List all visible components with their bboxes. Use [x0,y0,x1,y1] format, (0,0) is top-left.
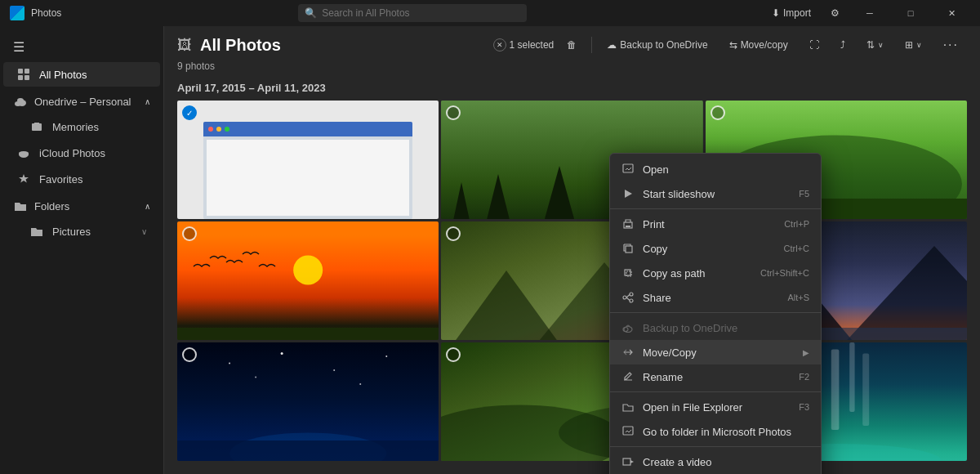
icloud-label: iCloud Photos [39,147,105,159]
ctx-copy-path-label: Copy as path [643,267,706,279]
sidebar-item-icloud[interactable]: iCloud Photos [3,141,160,165]
photo-3-checkbox[interactable] [710,105,725,120]
memories-icon [29,119,44,134]
svg-rect-2 [18,75,23,80]
hamburger-button[interactable]: ☰ [0,33,163,61]
svg-point-54 [623,296,626,299]
sort-chevron: ∨ [878,41,884,49]
svg-rect-50 [625,270,630,275]
movecopy-button[interactable]: ⇆ Move/copy [721,36,796,54]
svg-point-10 [24,152,29,156]
close-button[interactable]: ✕ [933,0,970,26]
share-toolbar-button[interactable]: ⤴ [832,36,853,54]
svg-rect-34 [177,440,439,461]
ctx-share-label: Share [643,292,671,304]
ctx-copy-label: Copy [643,243,667,255]
svg-point-53 [630,299,633,302]
ctx-file-explorer[interactable]: Open in File Explorer F3 [610,395,821,419]
sidebar-item-all-photos[interactable]: All Photos [3,62,160,87]
ctx-slideshow[interactable]: Start slideshow F5 [610,181,821,206]
folders-header[interactable]: Folders ∧ [13,195,150,217]
onedrive-chevron: ∧ [145,97,150,106]
ctx-print[interactable]: Print Ctrl+P [610,212,821,236]
sidebar: ☰ All Photos Onedrive – Personal ∧ [0,26,163,474]
svg-line-55 [626,295,630,298]
onedrive-section: Onedrive – Personal ∧ [0,87,163,114]
delete-toolbar-button[interactable]: 🗑 [559,36,585,54]
photo-1-checkbox[interactable]: ✓ [182,105,197,120]
backup-button[interactable]: ☁ Backup to OneDrive [599,36,715,54]
main-layout: ☰ All Photos Onedrive – Personal ∧ [0,26,980,474]
ctx-print-shortcut: Ctrl+P [784,219,809,229]
svg-point-29 [333,369,335,371]
file-explorer-icon [621,400,635,414]
photo-4-checkbox[interactable] [182,226,197,241]
restore-button[interactable]: □ [892,0,929,26]
ctx-movecopy[interactable]: Move/Copy ▶ [610,340,821,364]
favorites-icon [16,172,31,186]
favorites-label: Favorites [39,173,82,186]
photo-1[interactable]: ✓ [177,101,439,219]
sidebar-item-memories[interactable]: Memories [16,114,160,139]
icloud-icon [16,145,31,160]
view-chevron: ∨ [916,41,922,49]
import-button[interactable]: ⬇ Import [764,4,819,22]
svg-point-30 [385,356,387,357]
ctx-create-video[interactable]: Create a video [610,449,821,474]
ctx-sep-2 [610,312,821,313]
sidebar-item-pictures[interactable]: Pictures ∨ [16,219,160,244]
view-icon: ⊞ [905,39,913,51]
photo-4[interactable] [177,221,439,340]
svg-rect-48 [626,226,630,227]
ctx-backup[interactable]: Backup to OneDrive [610,315,821,340]
onedrive-header[interactable]: Onedrive – Personal ∧ [13,91,150,112]
all-photos-icon [16,67,31,82]
ctx-share[interactable]: Share Alt+S [610,285,821,310]
svg-point-31 [255,377,256,378]
folders-section: Folders ∧ [0,192,163,218]
fullscreen-button[interactable]: ⛶ [801,36,827,54]
svg-point-32 [359,383,361,385]
share-toolbar-icon: ⤴ [840,39,845,51]
selection-badge: ✕ 1 selected [493,38,555,51]
print-icon [621,217,635,230]
svg-point-19 [293,256,323,285]
ctx-open[interactable]: Open [610,157,821,181]
photo-7[interactable] [177,342,439,461]
ctx-go-folder[interactable]: Go to folder in Microsoft Photos [610,419,821,444]
ctx-movecopy-label: Move/Copy [643,347,697,359]
search-bar[interactable]: 🔍 [298,4,527,22]
search-icon: 🔍 [305,7,317,19]
selected-count: 1 selected [510,39,555,51]
titlebar-controls: ⬇ Import ⚙ ─ □ ✕ [764,0,970,26]
ctx-rename[interactable]: Rename F2 [610,364,821,389]
clear-selection-icon[interactable]: ✕ [493,38,506,51]
copy-icon [621,242,635,255]
ctx-copy[interactable]: Copy Ctrl+C [610,236,821,261]
svg-marker-61 [630,460,634,463]
more-button[interactable]: ··· [935,34,967,56]
ctx-copy-path[interactable]: Copy as path Ctrl+Shift+C [610,261,821,285]
svg-rect-1 [24,69,29,74]
search-input[interactable] [322,7,520,19]
ctx-create-video-label: Create a video [643,456,712,468]
delete-toolbar-icon: 🗑 [567,39,577,51]
view-button[interactable]: ⊞ ∨ [897,36,930,54]
import-icon: ⬇ [772,7,780,19]
minimize-button[interactable]: ─ [851,0,889,26]
fullscreen-icon: ⛶ [809,39,819,51]
ctx-rename-label: Rename [643,371,683,383]
titlebar: Photos 🔍 ⬇ Import ⚙ ─ □ ✕ [0,0,980,26]
ctx-print-label: Print [643,218,665,230]
sort-button[interactable]: ⇅ ∨ [858,36,892,54]
copy-path-icon [621,266,635,279]
sidebar-item-favorites[interactable]: Favorites [3,167,160,191]
photo-7-checkbox[interactable] [182,347,197,362]
app-name: Photos [31,7,61,19]
rename-icon [621,370,635,383]
svg-rect-20 [177,328,439,340]
svg-rect-7 [32,123,42,131]
ctx-slideshow-label: Start slideshow [643,188,715,200]
movecopy-label: Move/copy [741,39,788,51]
settings-button[interactable]: ⚙ [822,4,848,22]
